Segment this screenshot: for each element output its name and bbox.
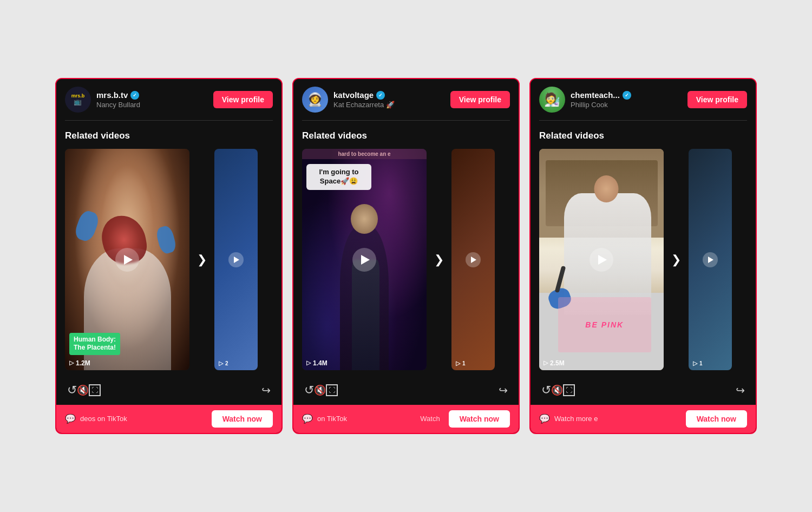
next-arrow-2[interactable]: ❯ [432,253,446,267]
replay-icon-1[interactable]: ↺ [67,383,77,397]
video-row-3: BE PINK ▷ 2.5M ❯ ▷ 1 [539,149,747,370]
play-indicator-icon-3: ▷ [543,359,548,366]
display-name-2: Kat Echazarreta 🚀 [333,101,445,109]
chat-icon-3: 💬 [539,413,550,424]
bottom-text-3: 💬 Watch more e [539,413,680,424]
chat-icon-1: 💬 [65,413,76,424]
related-title-2: Related videos [302,130,510,141]
related-title-3: Related videos [539,130,747,141]
card-katvoltage: 👩‍🚀 katvoltage ✓ Kat Echazarreta 🚀 View … [292,78,520,434]
view-profile-button-2[interactable]: View profile [450,91,510,108]
video-views-3: ▷ 2.5M [543,359,565,367]
header-info-3: chemteach... ✓ Phillip Cook [571,90,682,109]
related-section-2: Related videos hard to become an e I'm g… [293,121,519,376]
video-label-1: Human Body: The Placenta! [69,333,120,355]
view-profile-button-3[interactable]: View profile [687,91,747,108]
controls-bar-3: ↺ 🔇 ⛶ ↩ [531,376,756,405]
mute-icon-1[interactable]: 🔇 [77,384,89,396]
play-indicator-icon-1: ▷ [69,359,74,366]
display-name-3: Phillip Cook [571,101,682,109]
video-thumb-small-3[interactable]: ▷ 1 [689,149,732,370]
verified-icon-3: ✓ [623,91,631,100]
card-header-2: 👩‍🚀 katvoltage ✓ Kat Echazarreta 🚀 View … [293,79,519,120]
avatar-2: 👩‍🚀 [302,87,328,113]
play-button-2[interactable] [352,248,376,272]
bottom-text-2: 💬 on TikTok [302,413,415,424]
video-thumb-small-2[interactable]: ▷ 1 [451,149,495,370]
verified-icon-2: ✓ [376,91,385,100]
play-indicator-small-3: ▷ [693,360,697,367]
play-button-1[interactable] [115,248,139,272]
video-views-small-1: ▷ 2 [219,360,228,367]
video-thumb-main-1[interactable]: Human Body: The Placenta! ▷ 1.2M [65,149,189,370]
play-indicator-small-2: ▷ [456,360,460,367]
play-indicator-small-1: ▷ [219,360,223,367]
avatar-3: 🧑‍🔬 [539,87,565,113]
bottom-bar-3: 💬 Watch more e Watch now [531,405,756,433]
video-row-1: Human Body: The Placenta! ▷ 1.2M ❯ ▷ 2 [65,149,273,370]
card-mrsbTV: mrs.b📺 mrs.b.tv ✓ Nancy Bullard View pro… [55,78,283,434]
play-button-small-1[interactable] [228,252,244,267]
play-button-3[interactable] [590,248,613,272]
watch-label-2: Watch [420,415,440,423]
fullscreen-icon-1[interactable]: ⛶ [89,384,101,396]
watch-now-button-1[interactable]: Watch now [212,410,273,428]
video-views-2: ▷ 1.4M [306,359,328,367]
username-row-2: katvoltage ✓ [333,90,445,100]
username-row-3: chemteach... ✓ [571,90,682,100]
username-2: katvoltage [333,90,374,100]
video-views-small-3: ▷ 1 [693,360,703,367]
watch-now-button-3[interactable]: Watch now [686,410,747,428]
header-info-1: mrs.b.tv ✓ Nancy Bullard [96,90,208,109]
share-icon-1[interactable]: ↩ [261,384,271,397]
related-section-1: Related videos Human Body: The Placenta! [56,121,281,376]
share-icon-2[interactable]: ↩ [499,384,508,397]
mute-icon-2[interactable]: 🔇 [314,384,326,396]
display-name-1: Nancy Bullard [96,101,208,109]
next-arrow-1[interactable]: ❯ [195,253,209,267]
chat-icon-2: 💬 [302,413,313,424]
related-title-1: Related videos [65,130,273,141]
mute-icon-3[interactable]: 🔇 [551,384,563,396]
bottom-text-1: 💬 deos on TikTok [65,413,206,424]
fullscreen-icon-3[interactable]: ⛶ [563,384,575,396]
username-3: chemteach... [571,90,620,100]
video-thumb-main-2[interactable]: hard to become an e I'm going to Space🚀😩… [302,149,427,370]
replay-icon-2[interactable]: ↺ [304,383,314,397]
cards-container: mrs.b📺 mrs.b.tv ✓ Nancy Bullard View pro… [23,56,789,456]
avatar-1: mrs.b📺 [65,87,91,113]
video-label-2: I'm going to Space🚀😩 [306,164,371,190]
fullscreen-icon-2[interactable]: ⛶ [326,384,338,396]
play-button-small-3[interactable] [703,252,718,267]
card-chemteach: 🧑‍🔬 chemteach... ✓ Phillip Cook View pro… [529,78,757,434]
bottom-bar-2: 💬 on TikTok Watch Watch now [293,405,519,433]
related-section-3: Related videos BE PINK [531,121,756,376]
video-views-1: ▷ 1.2M [69,359,90,367]
play-indicator-icon-2: ▷ [306,359,311,366]
card-header-3: 🧑‍🔬 chemteach... ✓ Phillip Cook View pro… [531,79,756,120]
controls-bar-1: ↺ 🔇 ⛶ ↩ [56,376,281,405]
video-views-small-2: ▷ 1 [456,360,466,367]
card-header-1: mrs.b📺 mrs.b.tv ✓ Nancy Bullard View pro… [56,79,281,120]
video-thumb-small-1[interactable]: ▷ 2 [214,149,258,370]
view-profile-button-1[interactable]: View profile [213,91,273,108]
share-icon-3[interactable]: ↩ [736,384,745,397]
replay-icon-3[interactable]: ↺ [541,383,551,397]
bottom-bar-1: 💬 deos on TikTok Watch now [56,405,281,433]
video-thumb-main-3[interactable]: BE PINK ▷ 2.5M [539,149,664,370]
next-arrow-3[interactable]: ❯ [669,253,683,267]
header-info-2: katvoltage ✓ Kat Echazarreta 🚀 [333,90,445,109]
video-row-2: hard to become an e I'm going to Space🚀😩… [302,149,510,370]
watch-now-button-2[interactable]: Watch now [449,410,510,428]
username-1: mrs.b.tv [96,90,128,100]
verified-icon-1: ✓ [130,91,139,100]
controls-bar-2: ↺ 🔇 ⛶ ↩ [293,376,519,405]
play-button-small-2[interactable] [466,252,481,267]
username-row-1: mrs.b.tv ✓ [96,90,208,100]
